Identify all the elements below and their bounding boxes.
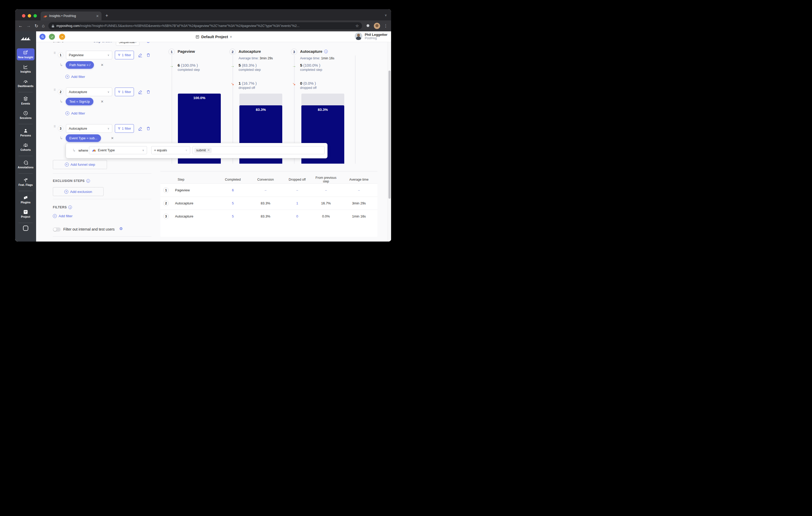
row-dropped-link[interactable]: 1 bbox=[283, 201, 312, 205]
sidebar-item-sessions[interactable]: Sessions bbox=[17, 109, 34, 121]
sidebar-item-persons[interactable]: Persons bbox=[17, 126, 34, 139]
sidebar-item-cohorts[interactable]: Cohorts bbox=[17, 141, 34, 153]
window-controls[interactable] bbox=[22, 14, 37, 18]
remove-tag-icon[interactable]: ✕ bbox=[207, 149, 210, 152]
gear-icon[interactable]: ⚙ bbox=[119, 226, 123, 231]
property-filter-pill[interactable]: Path Name = / bbox=[66, 61, 94, 69]
check-icon bbox=[51, 35, 54, 38]
add-global-filter-link[interactable]: + Add filter bbox=[53, 214, 72, 218]
tab-close-icon[interactable]: ✕ bbox=[96, 14, 99, 18]
status-ok-badge[interactable] bbox=[49, 34, 55, 40]
extensions-puzzle-icon[interactable] bbox=[366, 24, 370, 28]
sidebar-item-insights[interactable]: Insights bbox=[17, 63, 34, 75]
operator-select[interactable]: = equals ∨ bbox=[151, 146, 190, 154]
dropped-pct: (16.7% ) bbox=[242, 81, 257, 86]
step-number-badge: 3 bbox=[58, 126, 63, 131]
property-filter-pill[interactable]: Event Type = sub... bbox=[66, 134, 101, 142]
sidebar-item-dashboards[interactable]: Dashboards bbox=[17, 77, 34, 89]
completed-label: completed step bbox=[239, 68, 261, 72]
chevron-down-icon: ∨ bbox=[108, 127, 109, 130]
arrow-right-icon: → bbox=[170, 63, 174, 68]
row-completed-link[interactable]: 6 bbox=[218, 188, 248, 192]
home-icon[interactable]: ⌂ bbox=[42, 23, 45, 29]
row-completed-link[interactable]: 5 bbox=[218, 214, 248, 218]
user-menu[interactable]: Phil Leggetter PostHog bbox=[355, 32, 387, 40]
bar-value-label: 100.0% bbox=[178, 96, 221, 100]
browser-profile-avatar[interactable] bbox=[374, 23, 380, 29]
browser-menu-icon[interactable]: ⋮ bbox=[384, 24, 388, 28]
step-filter-count-button[interactable]: 1 filter bbox=[115, 124, 134, 133]
drag-handle[interactable]: ⠿ bbox=[54, 53, 56, 54]
delete-trash-icon[interactable] bbox=[146, 90, 150, 94]
browser-tab[interactable]: Insights • PostHog ✕ bbox=[40, 11, 102, 20]
col-header-conversion: Conversion bbox=[248, 178, 283, 181]
drag-handle[interactable]: ⠿ bbox=[54, 89, 56, 91]
delete-trash-icon[interactable] bbox=[146, 53, 150, 57]
warning-button[interactable] bbox=[59, 34, 65, 40]
row-dropped-link[interactable]: 0 bbox=[283, 214, 312, 218]
edit-pencil-icon[interactable] bbox=[138, 53, 143, 57]
reload-icon[interactable]: ↻ bbox=[34, 23, 38, 29]
remove-filter-icon[interactable]: ✕ bbox=[101, 63, 104, 67]
sidebar-item-plugins[interactable]: Plugins bbox=[17, 193, 34, 206]
remove-filter-icon[interactable]: ✕ bbox=[111, 136, 114, 140]
step-order-select[interactable]: Sequential ∨ bbox=[116, 42, 139, 46]
property-select[interactable]: Event Type ∨ bbox=[89, 146, 147, 154]
info-icon[interactable]: i bbox=[324, 50, 328, 53]
sidebar-item-project[interactable]: Project bbox=[17, 208, 34, 220]
funnel-dropped-stat[interactable]: 0 (0.0% ) dropped off bbox=[300, 81, 317, 90]
url-bar[interactable]: myposthog.com/insights?insight=FUNNELS&a… bbox=[49, 22, 362, 30]
step-event-select[interactable]: Pageview ∨ bbox=[66, 51, 112, 59]
test-users-toggle[interactable] bbox=[53, 227, 61, 232]
forward-icon[interactable]: → bbox=[26, 23, 31, 29]
add-filter-link[interactable]: + Add filter bbox=[65, 111, 85, 115]
project-switcher[interactable]: Default Project ∨ bbox=[195, 31, 232, 42]
plus-icon: + bbox=[65, 162, 69, 166]
delete-trash-icon[interactable] bbox=[146, 126, 150, 131]
funnel-completed-stat[interactable]: 6 (100.0% ) completed step bbox=[178, 63, 200, 72]
edit-pencil-icon[interactable] bbox=[138, 90, 143, 94]
value-input[interactable]: submit ✕ bbox=[193, 146, 325, 154]
insight-content: STEPS Step Order: Sequential ∨ ↻ ⠿ 1 Pag… bbox=[36, 42, 391, 242]
add-filter-link[interactable]: + Add filter bbox=[65, 75, 85, 79]
sidebar-item-annotations[interactable]: Annotations bbox=[17, 158, 34, 171]
info-icon[interactable]: i bbox=[68, 206, 72, 209]
funnel-dropped-stat[interactable]: 1 (16.7% ) dropped off bbox=[239, 81, 257, 90]
sidebar-item-clipped[interactable] bbox=[23, 225, 28, 231]
sidebar-item-events[interactable]: Events bbox=[17, 95, 34, 107]
scrollbar-thumb[interactable] bbox=[388, 70, 390, 199]
row-completed-link[interactable]: 5 bbox=[218, 201, 248, 205]
step-event-select[interactable]: Autocapture ∨ bbox=[66, 124, 112, 133]
edit-pencil-icon[interactable] bbox=[138, 126, 143, 131]
maximize-window-button[interactable] bbox=[33, 14, 37, 18]
close-window-button[interactable] bbox=[22, 14, 25, 18]
drag-handle[interactable]: ⠿ bbox=[54, 126, 56, 127]
step-event-select[interactable]: Autocapture ∨ bbox=[66, 88, 112, 96]
exclusion-steps-label: EXCLUSION STEPS bbox=[53, 179, 85, 183]
row-conversion: 83.3% bbox=[248, 201, 283, 205]
row-from-previous: – bbox=[312, 188, 340, 192]
new-tab-button[interactable]: + bbox=[106, 13, 108, 18]
minimize-window-button[interactable] bbox=[28, 14, 31, 18]
sidebar-item-feature-flags[interactable]: Feat. Flags bbox=[17, 176, 34, 188]
back-icon[interactable]: ← bbox=[18, 23, 23, 29]
value-tag[interactable]: submit ✕ bbox=[194, 148, 212, 153]
add-funnel-step-button[interactable]: + Add funnel step bbox=[53, 160, 107, 169]
step-filter-count-button[interactable]: 1 filter bbox=[115, 88, 134, 96]
info-icon[interactable]: i bbox=[86, 179, 90, 183]
row-from-previous: 0.0% bbox=[312, 214, 340, 218]
funnel-completed-stat[interactable]: 5 (83.3% ) completed step bbox=[239, 63, 261, 72]
property-filter-pill[interactable]: Text = SignUp bbox=[66, 98, 93, 105]
tab-search-chevron-icon[interactable]: ∨ bbox=[384, 13, 387, 17]
step-filter-count-button[interactable]: 1 filter bbox=[115, 51, 134, 59]
page-scrollbar[interactable] bbox=[387, 42, 391, 242]
add-exclusion-label: Add exclusion bbox=[70, 190, 92, 194]
add-exclusion-button[interactable]: + Add exclusion bbox=[53, 187, 104, 196]
remove-filter-icon[interactable]: ✕ bbox=[101, 99, 104, 103]
url-path: /insights?insight=FUNNELS&actions=%5B%5D… bbox=[80, 24, 299, 28]
funnel-completed-stat[interactable]: 5 (100.0% ) completed step bbox=[300, 63, 322, 72]
refresh-icon[interactable]: ↻ bbox=[146, 42, 150, 44]
search-button[interactable] bbox=[39, 34, 46, 40]
bookmark-star-icon[interactable]: ☆ bbox=[355, 24, 359, 28]
sidebar-item-new-insight[interactable]: New Insight bbox=[17, 48, 34, 60]
